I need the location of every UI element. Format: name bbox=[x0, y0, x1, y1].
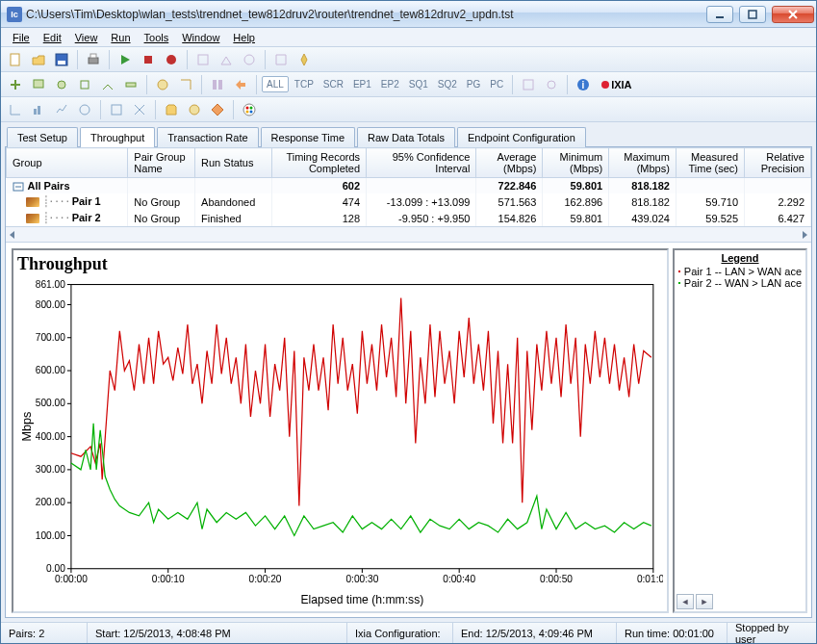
svg-point-10 bbox=[166, 55, 176, 64]
app-icon: Ic bbox=[7, 7, 22, 22]
minimize-button[interactable] bbox=[706, 6, 733, 23]
menu-window[interactable]: Window bbox=[176, 30, 225, 45]
toolbar-filters: ALL TCP SCR EP1 EP2 SQ1 SQ2 PG PC i IXIA bbox=[1, 72, 816, 97]
svg-text:200.00: 200.00 bbox=[36, 497, 65, 507]
col-timing[interactable]: Timing Records Completed bbox=[272, 148, 367, 178]
svg-rect-8 bbox=[90, 54, 96, 58]
svg-text:600.00: 600.00 bbox=[36, 365, 65, 375]
ct-8-icon[interactable] bbox=[184, 99, 205, 120]
legend-next-button[interactable]: ► bbox=[696, 594, 713, 609]
icon-7[interactable] bbox=[152, 74, 173, 95]
tool-a-icon[interactable] bbox=[192, 49, 214, 70]
icon-4[interactable] bbox=[74, 74, 95, 95]
save-icon[interactable] bbox=[51, 49, 72, 70]
throughput-chart[interactable]: 0.00100.00200.00300.00400.00500.00600.00… bbox=[17, 274, 663, 609]
ct-9-icon[interactable] bbox=[207, 99, 228, 120]
icon-6[interactable] bbox=[120, 74, 141, 95]
tab-transaction-rate[interactable]: Transaction Rate bbox=[157, 127, 258, 147]
legend-item[interactable]: Pair 1 -- LAN > WAN ace bbox=[675, 266, 805, 277]
stop-icon[interactable] bbox=[138, 49, 159, 70]
filter-scr[interactable]: SCR bbox=[319, 77, 347, 91]
col-avg[interactable]: Average (Mbps) bbox=[476, 148, 543, 178]
tab-response-time[interactable]: Response Time bbox=[261, 127, 355, 147]
col-pair-group[interactable]: Pair Group Name bbox=[128, 148, 195, 178]
svg-text:800.00: 800.00 bbox=[36, 299, 65, 310]
info-icon[interactable]: i bbox=[573, 74, 594, 95]
tab-endpoint-config[interactable]: Endpoint Configuration bbox=[457, 127, 586, 147]
icon-1[interactable] bbox=[5, 74, 26, 95]
col-run-status[interactable]: Run Status bbox=[195, 148, 272, 178]
svg-text:500.00: 500.00 bbox=[36, 398, 65, 408]
open-icon[interactable] bbox=[28, 49, 49, 70]
icon-9[interactable] bbox=[207, 74, 228, 95]
tab-throughput[interactable]: Throughput bbox=[80, 127, 155, 147]
legend-prev-button[interactable]: ◄ bbox=[677, 594, 694, 609]
col-min[interactable]: Minimum (Mbps) bbox=[543, 148, 609, 178]
icon-8[interactable] bbox=[175, 74, 196, 95]
run-icon[interactable] bbox=[115, 49, 136, 70]
tool-b-icon[interactable] bbox=[216, 49, 237, 70]
filter-pc[interactable]: PC bbox=[486, 77, 507, 91]
svg-text:0:00:30: 0:00:30 bbox=[345, 574, 378, 584]
filter-tcp[interactable]: TCP bbox=[291, 77, 318, 91]
menu-view[interactable]: View bbox=[69, 30, 104, 45]
filter-pg[interactable]: PG bbox=[463, 77, 484, 91]
app-window: Ic C:\Users\Tim\Desktop\wlan_tests\trend… bbox=[0, 0, 817, 644]
col-time[interactable]: Measured Time (sec) bbox=[676, 148, 744, 178]
col-ci[interactable]: 95% Confidence Interval bbox=[367, 148, 476, 178]
ct-7-icon[interactable] bbox=[161, 99, 182, 120]
ct-6-icon[interactable] bbox=[129, 99, 150, 120]
palette-icon[interactable] bbox=[239, 99, 260, 120]
tab-test-setup[interactable]: Test Setup bbox=[7, 127, 78, 147]
maximize-button[interactable] bbox=[739, 6, 766, 23]
col-prec[interactable]: Relative Precision bbox=[745, 148, 811, 178]
menu-run[interactable]: Run bbox=[105, 30, 136, 45]
tool-e-icon[interactable] bbox=[294, 49, 315, 70]
icon-11[interactable] bbox=[518, 74, 539, 95]
svg-rect-13 bbox=[34, 80, 43, 88]
ct-4-icon[interactable] bbox=[74, 99, 95, 120]
ct-5-icon[interactable] bbox=[106, 99, 127, 120]
filter-all[interactable]: ALL bbox=[262, 76, 289, 92]
status-stopped: Stopped by user bbox=[728, 623, 816, 643]
svg-point-14 bbox=[58, 81, 65, 89]
filter-ep2[interactable]: EP2 bbox=[377, 77, 403, 91]
ct-1-icon[interactable] bbox=[5, 99, 26, 120]
close-button[interactable] bbox=[772, 6, 814, 23]
grid-hscroll[interactable] bbox=[6, 226, 811, 242]
menu-help[interactable]: Help bbox=[227, 30, 261, 45]
svg-rect-18 bbox=[213, 80, 217, 90]
icon-2[interactable] bbox=[28, 74, 49, 95]
svg-text:300.00: 300.00 bbox=[36, 464, 65, 475]
icon-10[interactable] bbox=[230, 74, 251, 95]
svg-rect-16 bbox=[126, 83, 136, 87]
legend-item[interactable]: Pair 2 -- WAN > LAN ace bbox=[675, 277, 805, 289]
table-row[interactable]: ┊····Pair 1No GroupAbandoned474-13.099 :… bbox=[7, 193, 811, 210]
tab-raw-data-totals[interactable]: Raw Data Totals bbox=[357, 127, 455, 147]
new-icon[interactable] bbox=[5, 49, 26, 70]
pause-icon[interactable] bbox=[161, 49, 182, 70]
results-grid[interactable]: Group Pair Group Name Run Status Timing … bbox=[6, 147, 811, 243]
tool-d-icon[interactable] bbox=[270, 49, 292, 70]
menu-tools[interactable]: Tools bbox=[139, 30, 175, 45]
status-pairs: Pairs: 2 bbox=[1, 623, 88, 643]
menu-edit[interactable]: Edit bbox=[38, 30, 67, 45]
table-row[interactable]: All Pairs602722.84659.801818.182 bbox=[7, 178, 811, 194]
filter-ep1[interactable]: EP1 bbox=[349, 77, 375, 91]
table-row[interactable]: ┊····Pair 2No GroupFinished128-9.950 : +… bbox=[7, 210, 811, 226]
ct-2-icon[interactable] bbox=[28, 99, 49, 120]
icon-5[interactable] bbox=[97, 74, 118, 95]
icon-3[interactable] bbox=[51, 74, 72, 95]
filter-sq2[interactable]: SQ2 bbox=[434, 77, 461, 91]
filter-sq1[interactable]: SQ1 bbox=[405, 77, 432, 91]
print-icon[interactable] bbox=[83, 49, 104, 70]
ct-3-icon[interactable] bbox=[51, 99, 72, 120]
titlebar[interactable]: Ic C:\Users\Tim\Desktop\wlan_tests\trend… bbox=[1, 1, 816, 28]
tool-c-icon[interactable] bbox=[239, 49, 260, 70]
svg-rect-1 bbox=[749, 11, 756, 18]
svg-point-28 bbox=[190, 105, 199, 115]
col-max[interactable]: Maximum (Mbps) bbox=[609, 148, 677, 178]
col-group[interactable]: Group bbox=[7, 148, 128, 178]
icon-12[interactable] bbox=[541, 74, 562, 95]
menu-file[interactable]: File bbox=[7, 30, 36, 45]
